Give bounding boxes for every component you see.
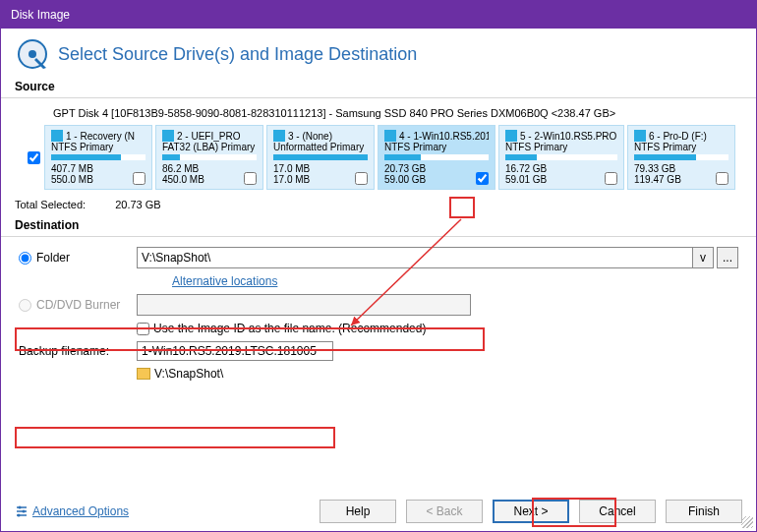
cd-dvd-radio-input xyxy=(19,299,31,312)
os-flag-icon xyxy=(634,130,646,142)
partition-name: 6 - Pro-D (F:) xyxy=(649,131,707,142)
partition-1[interactable]: 1 - Recovery (NNTFS Primary407.7 MB550.0… xyxy=(44,125,152,190)
cd-dvd-radio: CD/DVD Burner xyxy=(19,298,137,312)
folder-icon xyxy=(137,368,150,380)
cd-dvd-select xyxy=(137,294,471,316)
os-flag-icon xyxy=(162,130,174,142)
partition-fs: FAT32 (LBA) Primary xyxy=(162,142,257,152)
divider xyxy=(1,236,756,237)
partition-sizes: 79.33 GB119.47 GB xyxy=(634,163,681,185)
usage-bar xyxy=(505,154,617,160)
resize-grip[interactable] xyxy=(741,516,753,528)
browse-button[interactable]: ... xyxy=(717,247,738,268)
total-value: 20.73 GB xyxy=(115,199,160,210)
source-panel: GPT Disk 4 [10F813B9-5858-9090-8081-8283… xyxy=(23,104,738,191)
window-title: Disk Image xyxy=(11,8,70,22)
destination-label: Destination xyxy=(1,216,756,234)
usage-bar xyxy=(51,154,146,160)
use-image-id-label: Use the Image ID as the file name. (Reco… xyxy=(153,322,426,335)
advanced-options-label: Advanced Options xyxy=(32,504,129,518)
folder-path-input[interactable] xyxy=(137,247,692,268)
backup-filename-label: Backup filename: xyxy=(19,344,137,358)
footer: Advanced Options Help < Back Next > Canc… xyxy=(1,492,756,531)
os-flag-icon xyxy=(505,130,517,142)
divider xyxy=(1,97,756,98)
os-flag-icon xyxy=(51,130,63,142)
partition-fs: NTFS Primary xyxy=(634,142,728,152)
partition-sizes: 407.7 MB550.0 MB xyxy=(51,163,93,185)
usage-bar xyxy=(273,154,368,160)
sliders-icon xyxy=(15,504,29,518)
annotation-box xyxy=(15,427,335,448)
partition-fs: NTFS Primary xyxy=(505,142,617,152)
disk-master-checkbox[interactable] xyxy=(28,151,40,164)
disk-master-checkbox-cell xyxy=(28,125,40,190)
finish-button[interactable]: Finish xyxy=(666,500,742,523)
partition-name: 4 - 1-Win10.RS5.2019.L xyxy=(399,131,489,142)
total-selected: Total Selected: 20.73 GB xyxy=(1,191,756,216)
partition-checkbox[interactable] xyxy=(133,172,146,185)
use-image-id-input[interactable] xyxy=(137,323,149,335)
folder-radio-input[interactable] xyxy=(19,252,31,265)
folder-dropdown-button[interactable]: v xyxy=(692,247,714,268)
partition-checkbox[interactable] xyxy=(476,172,489,185)
partition-6[interactable]: 6 - Pro-D (F:)NTFS Primary79.33 GB119.47… xyxy=(627,125,735,190)
disk-header: GPT Disk 4 [10F813B9-5858-9090-8081-8283… xyxy=(24,105,737,125)
partition-5[interactable]: 5 - 2-Win10.RS5.PRO.WORKNTFS Primary16.7… xyxy=(498,125,624,190)
partition-name: 1 - Recovery (N xyxy=(66,131,135,142)
svg-point-4 xyxy=(23,510,26,513)
destination-folder-text: V:\SnapShot\ xyxy=(154,367,223,381)
backup-filename-input[interactable] xyxy=(137,341,333,361)
total-label: Total Selected: xyxy=(15,199,86,210)
partition-3[interactable]: 3 - (None)Unformatted Primary17.0 MB17.0… xyxy=(266,125,375,190)
destination-folder-display: V:\SnapShot\ xyxy=(137,367,738,381)
alternative-locations-link[interactable]: Alternative locations xyxy=(172,274,277,288)
advanced-options-link[interactable]: Advanced Options xyxy=(15,504,129,518)
disk-icon xyxy=(15,36,50,72)
usage-bar xyxy=(384,154,489,160)
page-header: Select Source Drive(s) and Image Destina… xyxy=(1,29,756,78)
partition-sizes: 20.73 GB59.00 GB xyxy=(384,163,426,185)
use-image-id-checkbox[interactable]: Use the Image ID as the file name. (Reco… xyxy=(137,322,738,335)
partition-fs: NTFS Primary xyxy=(384,142,489,152)
partition-name: 3 - (None) xyxy=(288,131,332,142)
partition-fs: NTFS Primary xyxy=(51,142,146,152)
folder-radio[interactable]: Folder xyxy=(19,251,137,265)
cd-dvd-radio-label: CD/DVD Burner xyxy=(36,298,120,312)
partition-checkbox[interactable] xyxy=(605,172,617,185)
back-button: < Back xyxy=(406,500,483,523)
partition-name: 5 - 2-Win10.RS5.PRO.WORK xyxy=(520,131,617,142)
usage-bar xyxy=(634,154,728,160)
partition-row: 1 - Recovery (NNTFS Primary407.7 MB550.0… xyxy=(24,125,737,190)
page-title: Select Source Drive(s) and Image Destina… xyxy=(58,44,417,65)
svg-point-5 xyxy=(18,514,21,517)
partition-fs: Unformatted Primary xyxy=(273,142,368,152)
help-button[interactable]: Help xyxy=(320,500,396,523)
folder-radio-label: Folder xyxy=(36,251,70,265)
partition-sizes: 16.72 GB59.01 GB xyxy=(505,163,547,185)
partition-sizes: 17.0 MB17.0 MB xyxy=(273,163,310,185)
partition-checkbox[interactable] xyxy=(355,172,368,185)
partition-name: 2 - UEFI_PRO xyxy=(177,131,240,142)
destination-panel: Folder v ... Alternative locations CD/DV… xyxy=(1,243,756,384)
partition-4[interactable]: 4 - 1-Win10.RS5.2019.LNTFS Primary20.73 … xyxy=(378,125,495,190)
partition-checkbox[interactable] xyxy=(244,172,257,185)
svg-point-3 xyxy=(19,506,22,509)
cancel-button[interactable]: Cancel xyxy=(579,500,656,523)
partition-sizes: 86.2 MB450.0 MB xyxy=(162,163,204,185)
os-flag-icon xyxy=(273,130,285,142)
source-label: Source xyxy=(1,78,756,95)
usage-bar xyxy=(162,154,257,160)
partition-2[interactable]: 2 - UEFI_PROFAT32 (LBA) Primary86.2 MB45… xyxy=(155,125,263,190)
next-button[interactable]: Next > xyxy=(493,500,569,523)
os-flag-icon xyxy=(384,130,396,142)
title-bar: Disk Image xyxy=(1,1,756,29)
partition-checkbox[interactable] xyxy=(716,172,728,185)
svg-point-2 xyxy=(29,50,36,58)
